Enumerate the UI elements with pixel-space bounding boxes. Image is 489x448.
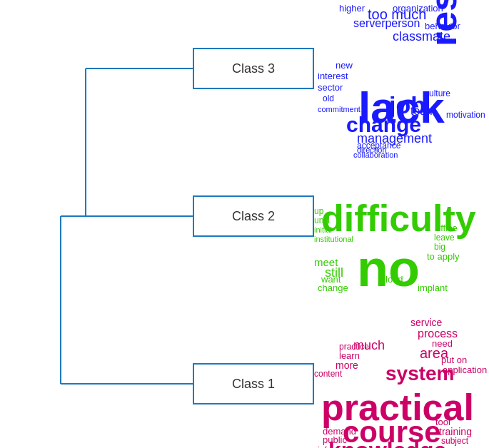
word-subject: subject xyxy=(441,437,468,445)
word-training: training xyxy=(439,427,472,437)
word-motivation: motivation xyxy=(446,111,485,119)
word-service: service xyxy=(410,317,442,327)
wordcloud-class1: practicalcourseknowledgesystemmuchareamo… xyxy=(314,307,489,446)
word-load: load xyxy=(385,275,403,284)
wordcloud-class3: resistancelackclassmateserverpersontoo m… xyxy=(314,0,489,157)
class2-label: Class 2 xyxy=(232,209,275,224)
word-public: public xyxy=(323,435,347,444)
word-learn: learn xyxy=(339,351,360,360)
word-culture: culture xyxy=(425,89,450,98)
word-no: no xyxy=(357,243,420,294)
class3-label: Class 3 xyxy=(232,61,275,76)
word-behavior: behavior xyxy=(425,21,460,31)
word-initial: initial xyxy=(314,226,332,234)
word-team: team xyxy=(410,106,436,117)
word-content: content xyxy=(314,370,342,378)
word-interest: interest xyxy=(318,71,348,81)
word-implant: implant xyxy=(418,283,448,292)
word-to-apply: to apply xyxy=(427,252,460,261)
word-big: big xyxy=(434,243,445,251)
word-practice: practice xyxy=(339,342,369,351)
word-leave: leave xyxy=(434,233,455,242)
word-office: office xyxy=(435,223,458,233)
word-classmate: classmate xyxy=(393,30,450,43)
word-sector: sector xyxy=(318,83,343,92)
word-commitment: commitment xyxy=(318,106,361,113)
word-meet: meet xyxy=(314,257,338,268)
class3-box: Class 3 xyxy=(193,48,314,89)
word-change: change xyxy=(318,283,348,292)
word-higher: higher xyxy=(339,4,365,13)
class1-label: Class 1 xyxy=(232,377,275,392)
word-institutional: institutional xyxy=(314,235,353,243)
word-application: application xyxy=(443,365,487,375)
class2-box: Class 2 xyxy=(193,195,314,237)
class1-box: Class 1 xyxy=(193,363,314,404)
word-new: new xyxy=(336,61,353,70)
word-old: old xyxy=(323,94,334,103)
word-need: need xyxy=(432,339,453,348)
word-collaboration: collaboration xyxy=(353,151,398,159)
word-put-on: put on xyxy=(441,355,467,365)
diagram-container: Class 3 Class 2 Class 1 resistancelackcl… xyxy=(0,0,489,448)
word-until: until xyxy=(314,216,330,225)
word-up: up xyxy=(314,207,323,215)
word-organization: organization xyxy=(393,4,443,13)
wordcloud-class2: difficultynostillmeetwantchangeupuntilin… xyxy=(314,168,489,292)
